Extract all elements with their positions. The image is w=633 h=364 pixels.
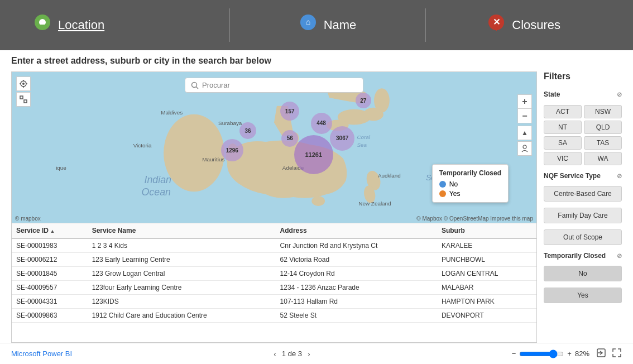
cell-address: 62 Victoria Road xyxy=(276,253,437,267)
location-pin-icon xyxy=(33,13,51,37)
map-cluster-448[interactable]: 448 xyxy=(311,113,332,134)
map-cluster-27[interactable]: 27 xyxy=(356,93,371,108)
svg-point-16 xyxy=(311,196,325,206)
out-of-scope-button[interactable]: Out of Scope xyxy=(544,229,622,245)
cell-service-name: 1912 Child Care and Education Centre xyxy=(88,309,276,323)
map-person-button[interactable] xyxy=(517,141,532,156)
temp-closed-label: Temporarily Closed xyxy=(544,252,606,260)
svg-point-39 xyxy=(22,83,25,85)
svg-rect-44 xyxy=(20,96,23,99)
streetview-icon xyxy=(521,145,529,152)
nqf-label: NQF Service Type xyxy=(544,172,601,180)
state-tas-button[interactable]: TAS xyxy=(584,136,622,150)
data-table: Service ID Service Name Address Suburb S… xyxy=(12,223,536,323)
state-nsw-button[interactable]: NSW xyxy=(584,105,622,118)
filters-title: Filters xyxy=(544,71,622,82)
data-table-wrapper: Service ID Service Name Address Suburb S… xyxy=(12,223,536,323)
state-sa-button[interactable]: SA xyxy=(544,136,582,150)
search-input[interactable] xyxy=(202,81,357,89)
mapbox-credit: © Mapbox © OpenStreetMap Improve this ma… xyxy=(416,215,533,222)
cell-service-name: 123 Grow Logan Central xyxy=(88,267,276,281)
state-qld-button[interactable]: QLD xyxy=(584,121,622,134)
table-row[interactable]: SE-00001845 123 Grow Logan Central 12-14… xyxy=(12,267,536,281)
page-subtitle: Enter a street address, suburb or city i… xyxy=(11,56,622,66)
table-header-row: Service ID Service Name Address Suburb xyxy=(12,223,536,238)
footer: Microsoft Power BI ‹ 1 de 3 › − + 82% xyxy=(0,343,633,364)
table-row[interactable]: SE-40009557 123four Early Learning Centr… xyxy=(12,281,536,295)
map-cluster-11261[interactable]: 11261 xyxy=(294,135,333,174)
map-cluster-1296[interactable]: 1296 xyxy=(221,139,243,161)
total-pages: 3 xyxy=(298,349,302,358)
temp-closed-yes-button[interactable]: Yes xyxy=(544,288,622,303)
tab-name-label: Name xyxy=(324,18,357,32)
col-suburb[interactable]: Suburb xyxy=(437,223,536,238)
nqf-filter-section: NQF Service Type ⊘ xyxy=(544,172,622,180)
prev-page-button[interactable]: ‹ xyxy=(274,349,276,358)
centre-based-care-button[interactable]: Centre-Based Care xyxy=(544,186,622,202)
map-zoom-out-button[interactable]: − xyxy=(517,109,532,123)
zoom-percent: 82% xyxy=(575,349,589,358)
state-clear-icon[interactable]: ⊘ xyxy=(617,91,622,98)
svg-text:Maldives: Maldives xyxy=(161,109,183,116)
col-service-id[interactable]: Service ID xyxy=(12,223,88,238)
search-icon xyxy=(191,82,199,89)
cell-suburb: MALABAR xyxy=(437,281,536,295)
zoom-plus[interactable]: + xyxy=(567,349,572,358)
state-act-button[interactable]: ACT xyxy=(544,105,582,118)
tab-closures[interactable]: ✕ Closures xyxy=(426,13,622,37)
cell-suburb: PUNCHBOWL xyxy=(437,253,536,267)
tab-closures-label: Closures xyxy=(512,18,560,32)
tab-name[interactable]: ⌂ Name xyxy=(230,13,426,37)
map-cluster-3067[interactable]: 3067 xyxy=(330,126,354,151)
next-page-button[interactable]: › xyxy=(308,349,310,358)
map-nav-controls xyxy=(16,76,31,107)
zoom-minus[interactable]: − xyxy=(512,349,516,358)
state-grid: ACT NSW NT QLD SA TAS VIC WA xyxy=(544,105,622,165)
tooltip-title: Temporarily Closed xyxy=(439,169,501,177)
map-area: Indian Ocean Victoria Maldives Malaysia … xyxy=(12,72,536,223)
cell-service-name: 123 Early Learning Centre xyxy=(88,253,276,267)
table-row[interactable]: SE-00001983 1 2 3 4 Kids Cnr Junction Rd… xyxy=(12,238,536,253)
tab-location-label: Location xyxy=(58,18,104,32)
map-expand-button[interactable] xyxy=(16,92,31,107)
legend-yes-label: Yes xyxy=(449,190,461,198)
svg-text:Coral: Coral xyxy=(357,134,370,140)
table-row[interactable]: SE-00009863 1912 Child Care and Educatio… xyxy=(12,309,536,323)
cell-service-id: SE-00001983 xyxy=(12,238,88,253)
zoom-slider[interactable] xyxy=(519,349,564,358)
state-vic-button[interactable]: VIC xyxy=(544,152,582,165)
temp-closed-clear-icon[interactable]: ⊘ xyxy=(617,252,622,260)
powerbi-link[interactable]: Microsoft Power BI xyxy=(11,349,72,358)
tab-location[interactable]: Location xyxy=(11,13,229,37)
map-zoom-in-button[interactable]: + xyxy=(517,94,532,109)
fullscreen-icon[interactable] xyxy=(612,348,622,360)
map-compass-button[interactable]: ▲ xyxy=(517,126,532,140)
map-cluster-56[interactable]: 56 xyxy=(281,130,298,147)
family-day-care-button[interactable]: Family Day Care xyxy=(544,208,622,223)
cell-address: 52 Steele St xyxy=(276,309,437,323)
cell-service-name: 123KIDS xyxy=(88,295,276,309)
map-search-bar[interactable] xyxy=(185,78,363,93)
map-geolocate-button[interactable] xyxy=(16,76,31,91)
table-body: SE-00001983 1 2 3 4 Kids Cnr Junction Rd… xyxy=(12,238,536,323)
legend-yes-dot xyxy=(439,190,446,197)
table-row[interactable]: SE-00006212 123 Early Learning Centre 62… xyxy=(12,253,536,267)
map-zoom-controls: + − ▲ xyxy=(517,94,532,156)
legend-yes: Yes xyxy=(439,190,501,198)
state-nt-button[interactable]: NT xyxy=(544,121,582,134)
temp-closed-no-button[interactable]: No xyxy=(544,266,622,281)
share-icon[interactable] xyxy=(596,348,606,360)
svg-text:Victoria: Victoria xyxy=(133,142,152,149)
cell-service-id: SE-00009863 xyxy=(12,309,88,323)
cell-service-id: SE-00006212 xyxy=(12,253,88,267)
col-service-name[interactable]: Service Name xyxy=(88,223,276,238)
svg-text:Surabaya: Surabaya xyxy=(218,120,242,126)
state-wa-button[interactable]: WA xyxy=(584,152,622,165)
col-address[interactable]: Address xyxy=(276,223,437,238)
nqf-clear-icon[interactable]: ⊘ xyxy=(617,173,622,180)
svg-text:ique: ique xyxy=(56,165,66,171)
cell-suburb: LOGAN CENTRAL xyxy=(437,267,536,281)
svg-line-10 xyxy=(196,87,199,89)
table-row[interactable]: SE-00004331 123KIDS 107-113 Hallam Rd HA… xyxy=(12,295,536,309)
legend-no-dot xyxy=(439,181,446,188)
